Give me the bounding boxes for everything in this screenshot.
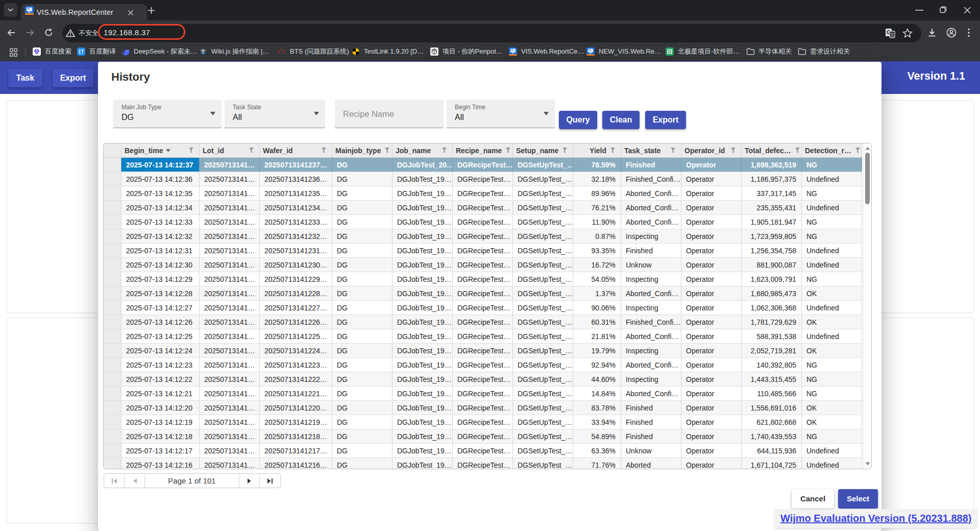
svg-text:文: 文 bbox=[890, 32, 895, 37]
svg-text:du: du bbox=[35, 51, 38, 54]
